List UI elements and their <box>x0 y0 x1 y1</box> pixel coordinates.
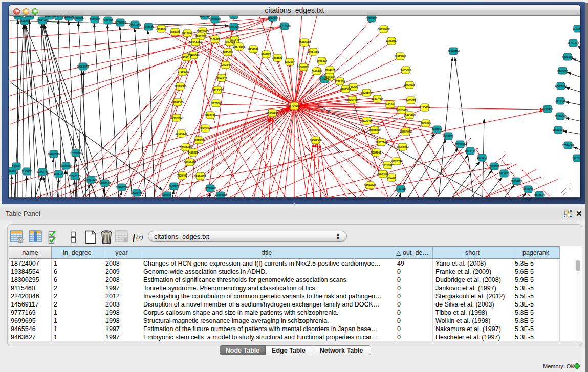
svg-text:1640954: 1640954 <box>432 128 442 131</box>
svg-text:9474444: 9474444 <box>465 149 475 152</box>
svg-text:9242848: 9242848 <box>221 63 231 67</box>
svg-text:20691406: 20691406 <box>36 19 48 22</box>
svg-text:16120746: 16120746 <box>390 160 402 163</box>
svg-text:10973493: 10973493 <box>394 55 406 58</box>
svg-text:13226055: 13226055 <box>197 30 208 33</box>
svg-text:6839695: 6839695 <box>421 122 431 125</box>
svg-text:17016504: 17016504 <box>562 144 574 147</box>
svg-text:16524851: 16524851 <box>377 172 388 176</box>
svg-text:12942757: 12942757 <box>36 170 48 173</box>
svg-text:10654112: 10654112 <box>511 180 522 183</box>
svg-text:20053346: 20053346 <box>77 65 89 68</box>
svg-text:16210643: 16210643 <box>554 115 566 118</box>
svg-text:17359924: 17359924 <box>70 151 81 155</box>
svg-text:835061: 835061 <box>12 165 20 168</box>
svg-text:10958187: 10958187 <box>99 182 111 185</box>
svg-text:12093872: 12093872 <box>555 84 567 87</box>
svg-text:16107553: 16107553 <box>171 101 183 104</box>
svg-text:1244415: 1244415 <box>555 99 565 102</box>
svg-text:1498222: 1498222 <box>188 151 198 154</box>
svg-text:12213967: 12213967 <box>385 39 397 42</box>
svg-text:20364436: 20364436 <box>346 98 358 101</box>
svg-text:10688809: 10688809 <box>368 128 380 132</box>
svg-text:1615132: 1615132 <box>382 164 393 167</box>
svg-text:8990448: 8990448 <box>312 70 322 73</box>
svg-text:9084067: 9084067 <box>371 151 381 154</box>
svg-text:252254: 252254 <box>387 176 396 179</box>
svg-text:16782759: 16782759 <box>116 186 127 189</box>
svg-text:20206578: 20206578 <box>48 152 59 156</box>
svg-text:6794028: 6794028 <box>325 69 335 72</box>
svg-text:19654983: 19654983 <box>170 116 182 119</box>
svg-text:16648784: 16648784 <box>447 50 459 53</box>
svg-text:1588520: 1588520 <box>272 56 282 59</box>
svg-text:16154838: 16154838 <box>378 28 389 31</box>
svg-text:2087682: 2087682 <box>366 17 377 20</box>
svg-text:7357224: 7357224 <box>229 25 239 28</box>
svg-text:11353594: 11353594 <box>200 127 211 130</box>
svg-text:7955812: 7955812 <box>317 59 327 62</box>
svg-text:171546: 171546 <box>230 38 239 41</box>
svg-text:39159: 39159 <box>9 169 16 172</box>
svg-text:16033809: 16033809 <box>209 18 221 21</box>
svg-text:812633: 812633 <box>162 194 171 197</box>
svg-text:8322037: 8322037 <box>285 60 295 63</box>
svg-text:1362615: 1362615 <box>298 65 309 69</box>
svg-text:12213383: 12213383 <box>174 85 186 88</box>
svg-text:8912954: 8912954 <box>182 32 192 35</box>
svg-text:9777169: 9777169 <box>335 80 345 83</box>
svg-text:1506793: 1506793 <box>200 16 210 17</box>
svg-text:9818524: 9818524 <box>534 193 545 196</box>
svg-text:18640910: 18640910 <box>298 41 310 44</box>
svg-text:7625402: 7625402 <box>177 174 187 177</box>
svg-text:(x): (x) <box>136 234 143 241</box>
svg-text:9115460: 9115460 <box>420 106 430 109</box>
svg-text:7632621: 7632621 <box>489 165 499 168</box>
svg-text:989012: 989012 <box>182 56 191 59</box>
svg-text:9146821: 9146821 <box>261 53 271 56</box>
svg-text:19654923: 19654923 <box>400 130 411 133</box>
svg-text:15692971: 15692971 <box>552 128 564 132</box>
svg-text:9245052: 9245052 <box>523 188 533 191</box>
svg-text:9329966: 9329966 <box>562 55 573 58</box>
svg-text:18495768: 18495768 <box>403 114 415 117</box>
svg-text:19166825: 19166825 <box>175 132 187 135</box>
svg-text:299173: 299173 <box>25 16 34 17</box>
svg-text:9875685: 9875685 <box>223 51 233 54</box>
svg-text:62160: 62160 <box>386 103 394 106</box>
svg-text:18724007: 18724007 <box>288 104 300 107</box>
svg-text:9657771: 9657771 <box>169 185 179 188</box>
svg-text:1812363: 1812363 <box>54 16 64 18</box>
svg-text:10807487: 10807487 <box>371 97 383 100</box>
svg-text:17004678: 17004678 <box>180 146 191 149</box>
svg-text:1405571: 1405571 <box>19 19 30 23</box>
svg-text:1292344: 1292344 <box>215 194 226 197</box>
svg-text:7485003: 7485003 <box>401 69 411 72</box>
svg-text:9463627: 9463627 <box>406 99 416 102</box>
svg-text:1115682: 1115682 <box>21 170 32 173</box>
svg-text:3624554: 3624554 <box>361 91 372 94</box>
svg-text:16099489: 16099489 <box>184 161 195 164</box>
svg-text:8471676: 8471676 <box>499 172 509 175</box>
svg-text:16671355: 16671355 <box>129 23 141 26</box>
svg-text:8418374: 8418374 <box>13 16 24 17</box>
svg-text:1145154: 1145154 <box>54 172 64 176</box>
svg-text:12505135: 12505135 <box>69 174 80 178</box>
svg-text:2935114: 2935114 <box>477 156 487 159</box>
svg-text:16543382: 16543382 <box>189 40 201 43</box>
svg-text:1167533: 1167533 <box>572 157 580 160</box>
svg-text:7663822: 7663822 <box>156 27 166 30</box>
svg-text:12923445: 12923445 <box>130 191 142 194</box>
svg-text:10719135: 10719135 <box>114 21 126 24</box>
svg-text:10720407: 10720407 <box>361 119 373 122</box>
svg-text:17957225: 17957225 <box>85 178 97 181</box>
svg-text:3267130: 3267130 <box>205 114 215 117</box>
svg-text:2803144: 2803144 <box>216 76 227 79</box>
svg-text:16961758: 16961758 <box>307 50 319 53</box>
svg-text:16914479: 16914479 <box>194 174 206 178</box>
svg-text:7515526: 7515526 <box>143 25 154 28</box>
svg-text:1527602: 1527602 <box>90 18 100 21</box>
svg-text:1733426: 1733426 <box>396 187 406 190</box>
svg-text:1112893: 1112893 <box>573 27 580 30</box>
svg-text:8186328: 8186328 <box>210 38 220 41</box>
